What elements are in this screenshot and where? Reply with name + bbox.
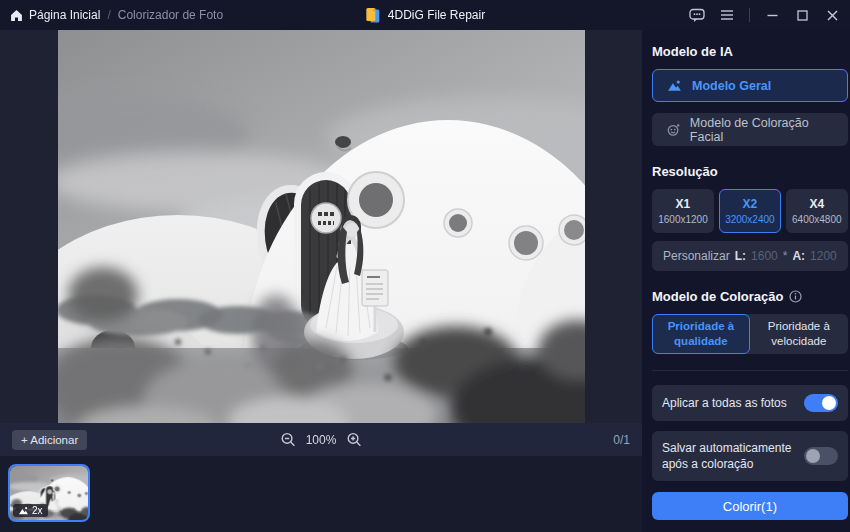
photo-thumbnail[interactable]: 2x (8, 464, 90, 522)
toggle-knob (806, 449, 820, 463)
breadcrumb-current: Colorizador de Foto (118, 8, 223, 22)
canvas-toolbar: + Adicionar 100% 0/1 (0, 423, 642, 456)
custom-separator: * (783, 249, 788, 263)
settings-sidebar: Modelo de IA Modelo Geral Modelo de Colo… (642, 30, 850, 532)
color-model-heading: Modelo de Coloração (652, 289, 848, 304)
custom-resolution-row[interactable]: Personalizar L: 1600 * A: 1200 (652, 241, 848, 271)
sidebar-divider (652, 370, 848, 371)
resolution-x4-button[interactable]: X4 6400x4800 (786, 189, 848, 233)
model-facial-label: Modelo de Coloração Facial (690, 116, 833, 144)
resolution-x1-scale: X1 (676, 197, 691, 211)
resolution-heading: Resolução (652, 164, 848, 179)
custom-height-label: A: (792, 249, 805, 263)
image-model-icon (667, 79, 682, 92)
model-general-button[interactable]: Modelo Geral (652, 69, 848, 102)
image-icon (18, 506, 29, 515)
controls-divider (749, 8, 750, 22)
info-icon[interactable] (789, 290, 802, 303)
zoom-level: 100% (306, 433, 337, 447)
scale-badge: 2x (13, 504, 48, 517)
app-logo-icon (365, 7, 381, 24)
apply-all-row: Aplicar a todas as fotos (652, 385, 848, 421)
custom-label: Personalizar (663, 249, 730, 263)
resolution-x1-button[interactable]: X1 1600x1200 (652, 189, 714, 233)
thumbnail-strip: 2x (0, 456, 642, 532)
app-window: Página Inicial / Colorizador de Foto 4DD… (0, 0, 850, 532)
scale-badge-label: 2x (32, 505, 43, 516)
model-facial-button[interactable]: Modelo de Coloração Facial (652, 113, 848, 146)
priority-quality-button[interactable]: Prioridade à qualidade (652, 314, 750, 354)
photo-counter: 0/1 (613, 433, 630, 447)
resolution-x2-button[interactable]: X2 3200x2400 (719, 189, 781, 233)
resolution-options: X1 1600x1200 X2 3200x2400 X4 6400x4800 (652, 189, 848, 233)
add-photo-button[interactable]: + Adicionar (12, 430, 87, 450)
maximize-button[interactable] (794, 7, 810, 23)
menu-icon[interactable] (719, 7, 735, 23)
resolution-x4-scale: X4 (809, 197, 824, 211)
title-bar: Página Inicial / Colorizador de Foto 4DD… (0, 0, 850, 30)
resolution-x2-scale: X2 (743, 197, 758, 211)
apply-all-toggle[interactable] (804, 394, 838, 412)
custom-height-value[interactable]: 1200 (810, 249, 837, 263)
autosave-toggle[interactable] (804, 447, 838, 465)
photo-canvas (0, 30, 642, 423)
preview-photo (58, 30, 585, 423)
home-icon (10, 9, 23, 22)
breadcrumb-home-label: Página Inicial (29, 8, 100, 22)
breadcrumb: Página Inicial / Colorizador de Foto (10, 8, 223, 22)
zoom-controls: 100% (281, 432, 362, 447)
window-controls (689, 7, 840, 23)
ai-model-heading: Modelo de IA (652, 44, 848, 59)
custom-width-value[interactable]: 1600 (751, 249, 778, 263)
autosave-label: Salvar automaticamente após a coloração (662, 440, 796, 472)
minimize-button[interactable] (764, 7, 780, 23)
colorize-button[interactable]: Colorir(1) (652, 492, 848, 520)
resolution-x1-size: 1600x1200 (658, 214, 708, 225)
color-model-heading-label: Modelo de Coloração (652, 289, 783, 304)
face-model-icon (667, 123, 680, 137)
toggle-knob (822, 396, 836, 410)
breadcrumb-separator: / (107, 8, 110, 22)
close-button[interactable] (824, 7, 840, 23)
resolution-x4-size: 6400x4800 (792, 214, 842, 225)
priority-speed-button[interactable]: Prioridade à velocidade (750, 314, 848, 354)
breadcrumb-home[interactable]: Página Inicial (10, 8, 100, 22)
app-title: 4DDiG File Repair (388, 8, 485, 22)
custom-width-label: L: (735, 249, 746, 263)
autosave-row: Salvar automaticamente após a coloração (652, 431, 848, 481)
app-title-group: 4DDiG File Repair (365, 7, 485, 24)
main-panel: + Adicionar 100% 0/1 (0, 30, 642, 532)
model-general-label: Modelo Geral (692, 79, 771, 93)
feedback-icon[interactable] (689, 7, 705, 23)
resolution-x2-size: 3200x2400 (725, 214, 775, 225)
zoom-out-icon[interactable] (281, 432, 296, 447)
priority-segmented-control: Prioridade à qualidade Prioridade à velo… (652, 314, 848, 354)
zoom-in-icon[interactable] (346, 432, 361, 447)
apply-all-label: Aplicar a todas as fotos (662, 395, 787, 411)
